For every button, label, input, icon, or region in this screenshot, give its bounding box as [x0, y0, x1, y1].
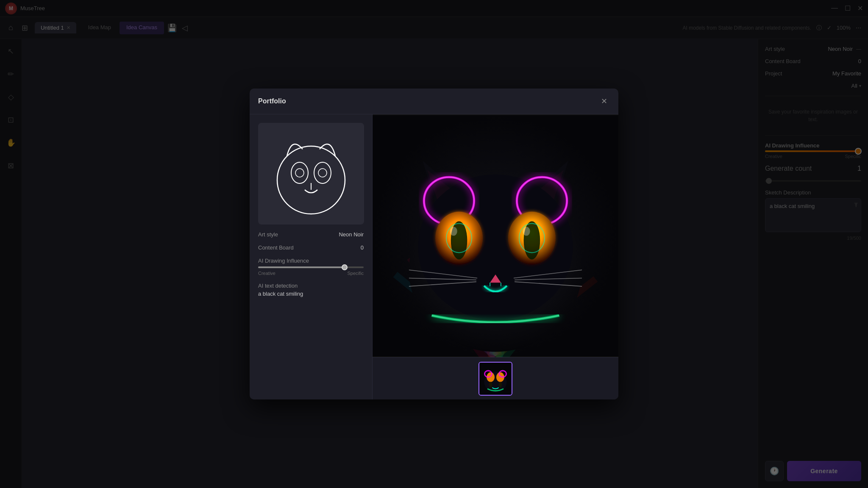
portfolio-modal: Portfolio ✕ — [250, 89, 618, 399]
modal-specific-label: Specific — [347, 271, 364, 276]
modal-title: Portfolio — [258, 97, 286, 105]
modal-detection-label: AI text detection — [258, 283, 364, 289]
modal-detection-value: a black cat smiling — [258, 291, 364, 297]
svg-point-7 — [314, 162, 331, 183]
svg-point-49 — [499, 382, 502, 387]
modal-influence-track[interactable] — [258, 266, 364, 268]
svg-point-8 — [295, 169, 304, 177]
sketch-preview — [258, 123, 364, 225]
svg-point-34 — [523, 227, 530, 236]
modal-close-button[interactable]: ✕ — [598, 95, 610, 107]
modal-header: Portfolio ✕ — [250, 89, 618, 114]
modal-art-style-label: Art style — [258, 231, 278, 238]
modal-main-image — [373, 114, 618, 357]
modal-left: Art style Neon Noir Content Board 0 AI D… — [250, 114, 373, 399]
svg-point-9 — [318, 169, 327, 177]
modal-right — [373, 114, 618, 399]
thumbnail-1[interactable] — [479, 362, 512, 396]
modal-thumbnails — [373, 357, 618, 399]
svg-point-6 — [291, 162, 308, 183]
svg-point-5 — [277, 146, 345, 214]
modal-content-board-value: 0 — [361, 244, 364, 251]
modal-slider-labels: Creative Specific — [258, 271, 364, 276]
modal-art-style-value: Neon Noir — [339, 231, 364, 238]
modal-body: Art style Neon Noir Content Board 0 AI D… — [250, 114, 618, 399]
modal-detection: AI text detection a black cat smiling — [258, 283, 364, 297]
modal-art-style-row: Art style Neon Noir — [258, 231, 364, 238]
modal-creative-label: Creative — [258, 271, 275, 276]
modal-content-board-row: Content Board 0 — [258, 244, 364, 251]
modal-influence-label: AI Drawing Influence — [258, 258, 364, 264]
modal-overlay[interactable]: Portfolio ✕ — [0, 0, 868, 488]
svg-point-33 — [450, 227, 457, 236]
modal-content-board-label: Content Board — [258, 244, 294, 251]
svg-point-48 — [489, 382, 492, 387]
modal-influence-thumb — [342, 264, 348, 270]
modal-influence-section: AI Drawing Influence Creative Specific — [258, 258, 364, 276]
